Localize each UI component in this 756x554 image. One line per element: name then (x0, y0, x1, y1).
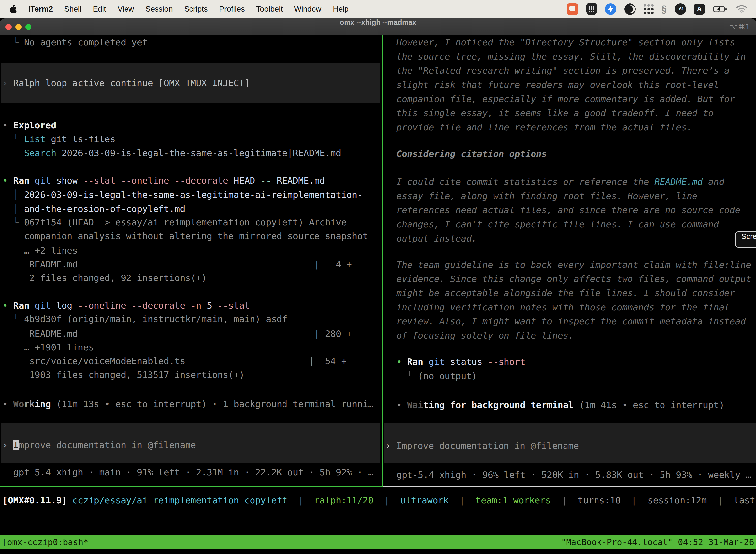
terminal-line: • Ran git log --oneline --decorate -n 5 … (2, 298, 250, 313)
terminal-line: companion file, especially if more comme… (396, 92, 735, 106)
input-source-icon[interactable]: A (694, 4, 705, 15)
left-pane: └ No agents completed yet› Ralph loop ac… (0, 35, 381, 486)
menu-items: iTerm2 Shell Edit View Session Scripts P… (8, 4, 349, 14)
terminal-line: I could cite commit statistics or refere… (396, 175, 724, 189)
terminal-line: │ 2026-03-09-is-legal-the-same-as-legiti… (2, 188, 363, 202)
tmux-host-clock: "MacBook-Pro-44.local" 04:52 31-Mar-26 (561, 537, 754, 547)
terminal-line: evidence. Since this change only affects… (396, 272, 751, 286)
menu-item-session[interactable]: Session (145, 5, 173, 14)
terminal-line: this single essay, it seems like a good … (396, 106, 713, 120)
menu-status-icons: § ..61 A (567, 3, 748, 15)
terminal-line: └ No agents completed yet (2, 35, 147, 49)
terminal-line: │ and-the-erosion-of-copyleft.md (2, 202, 185, 216)
terminal-line: the "Related research writing" section i… (396, 63, 730, 78)
terminal-line: README.md | 4 + (2, 257, 352, 271)
title-bar[interactable]: omx --xhigh --madmax ⌥⌘1 (0, 18, 756, 36)
terminal-line: └ 067f154 (HEAD -> essay/ai-reimplementa… (2, 215, 346, 229)
terminal-line: › Improve documentation in @filename (385, 439, 579, 453)
apple-menu-icon[interactable] (8, 4, 17, 14)
pane-divider[interactable] (382, 35, 383, 487)
crescent-icon[interactable] (624, 3, 636, 15)
screen: iTerm2 Shell Edit View Session Scripts P… (0, 0, 756, 554)
terminal-line: › Ralph loop active continue [OMX_TMUX_I… (2, 76, 250, 90)
terminal-line: essay file, along with finding root file… (396, 189, 697, 203)
window-shortcut: ⌥⌘1 (729, 18, 750, 35)
apple-logo (8, 4, 17, 14)
terminal-line: slight risk that future readers may over… (396, 78, 719, 92)
menu-bar: iTerm2 Shell Edit View Session Scripts P… (0, 0, 756, 18)
wifi-icon[interactable] (736, 5, 748, 14)
terminal-line: of focusing solely on file lines. (396, 328, 574, 342)
window-title: omx --xhigh --madmax (0, 18, 756, 26)
terminal-content: └ No agents completed yet› Ralph loop ac… (0, 35, 756, 535)
terminal-line: • Explored (2, 118, 56, 132)
menu-item-window[interactable]: Window (294, 5, 321, 14)
terminal-line: • Ran git show --stat --oneline --decora… (2, 173, 325, 188)
menu-item-help[interactable]: Help (333, 5, 349, 14)
terminal-line: • Waiting for background terminal (1m 41… (396, 398, 724, 412)
terminal-line: changes, I can't cite specific file line… (396, 217, 719, 231)
terminal-line: The team guideline is to back every impo… (396, 258, 751, 272)
tmux-status-bar: [omx-cczip0:bash* "MacBook-Pro-44.local"… (0, 535, 756, 549)
terminal-line: Search 2026-03-09-is-legal-the-same-as-l… (2, 146, 341, 160)
tmux-session-label[interactable]: [omx-cczip0:bash* (2, 537, 88, 547)
terminal-line: review. Also, I might want to inspect th… (396, 314, 746, 328)
window-bottom-strip (0, 549, 756, 554)
terminal-line: might be acceptable alongside the file l… (396, 286, 735, 300)
terminal-line: … +2 lines (2, 243, 78, 258)
terminal-line: gpt-5.4 xhigh · main · 91% left · 2.31M … (2, 465, 374, 479)
menu-item-iterm2[interactable]: iTerm2 (28, 5, 53, 14)
screen-tooltip[interactable]: Scre (735, 231, 756, 248)
terminal-line: [OMX#0.11.9] cczip/essay/ai-reimplementa… (2, 493, 756, 507)
bolt-badge-icon[interactable] (605, 3, 616, 15)
terminal-line: output instead. (396, 231, 477, 245)
terminal-line: └ 4b9d30f (origin/main, instructkr/main,… (2, 312, 288, 326)
terminal-line: the source tree, missing the essay. Stil… (396, 49, 746, 63)
menu-item-profiles[interactable]: Profiles (219, 5, 245, 14)
terminal-line: • Ran git status --short (396, 355, 525, 369)
iterm2-window: omx --xhigh --madmax ⌥⌘1 └ No agents com… (0, 18, 756, 554)
terminal-line: Considering citation options (396, 147, 547, 161)
terminal-line: … +1901 lines (2, 340, 94, 354)
menu-item-edit[interactable]: Edit (93, 5, 106, 14)
terminal-line: README.md | 280 + (2, 327, 352, 341)
count-badge-icon[interactable]: ..61 (675, 3, 686, 15)
terminal-line: src/voice/voiceModeEnabled.ts | 54 + (2, 354, 346, 368)
menu-item-shell[interactable]: Shell (64, 5, 81, 14)
terminal-line: 1903 files changed, 513517 insertions(+) (2, 368, 244, 382)
terminal-line: provide file and line references from th… (396, 120, 692, 134)
terminal-line: └ (no output) (396, 369, 477, 383)
menu-item-view[interactable]: View (118, 5, 134, 14)
terminal-line: However, I noticed the "Directory Struct… (396, 35, 735, 49)
terminal-line: including verification notes with those … (396, 300, 730, 314)
left-pane-bottom-border (0, 486, 383, 487)
menu-item-scripts[interactable]: Scripts (184, 5, 208, 14)
terminal-line: companion analysis without altering the … (2, 229, 368, 243)
battery-icon[interactable] (713, 5, 728, 13)
terminal-line: › Improve documentation in @filename (2, 438, 196, 452)
chat-bubble-icon[interactable] (567, 3, 578, 15)
terminal-line: 2 files changed, 92 insertions(+) (2, 271, 207, 285)
terminal-line: gpt-5.4 xhigh · 96% left · 520K in · 5.8… (396, 467, 751, 482)
right-pane-bottom-border (383, 486, 756, 487)
terminal-line: • Working (11m 13s • esc to interrupt) ·… (2, 397, 374, 411)
squiggle-icon[interactable]: § (662, 3, 667, 15)
terminal-line: └ List git ls-files (2, 132, 115, 146)
menu-item-toolbelt[interactable]: Toolbelt (256, 5, 283, 14)
dots-grid-icon[interactable] (644, 4, 653, 14)
terminal-line: references need actual files, and since … (396, 203, 740, 217)
right-pane: However, I noticed the "Directory Struct… (383, 35, 756, 486)
shield-grid-icon[interactable] (586, 3, 597, 15)
